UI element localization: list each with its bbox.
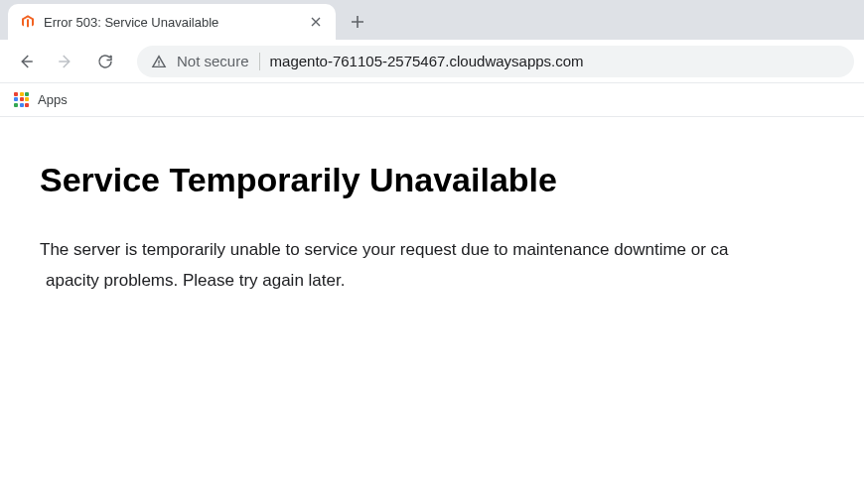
- bookmarks-bar: Apps: [0, 83, 864, 117]
- security-label: Not secure: [177, 53, 249, 69]
- address-bar[interactable]: Not secure magento-761105-2575467.cloudw…: [137, 46, 854, 77]
- page-content: Service Temporarily Unavailable The serv…: [0, 117, 864, 339]
- new-tab-button[interactable]: [344, 8, 371, 36]
- back-button[interactable]: [10, 46, 42, 77]
- omnibox-divider: [259, 53, 260, 70]
- browser-tab[interactable]: Error 503: Service Unavailable: [8, 4, 336, 40]
- apps-label[interactable]: Apps: [38, 92, 68, 107]
- warning-icon: [151, 54, 167, 69]
- page-heading: Service Temporarily Unavailable: [40, 161, 824, 199]
- reload-button[interactable]: [89, 46, 121, 77]
- url-text: magento-761105-2575467.cloudwaysapps.com: [270, 53, 584, 69]
- forward-button[interactable]: [50, 46, 81, 77]
- tab-strip: Error 503: Service Unavailable: [0, 0, 864, 40]
- tab-title: Error 503: Service Unavailable: [44, 15, 300, 30]
- browser-toolbar: Not secure magento-761105-2575467.cloudw…: [0, 40, 864, 83]
- close-icon[interactable]: [308, 14, 324, 30]
- magento-favicon: [20, 14, 36, 30]
- apps-icon[interactable]: [14, 92, 30, 108]
- page-body: The server is temporarily unable to serv…: [40, 235, 824, 296]
